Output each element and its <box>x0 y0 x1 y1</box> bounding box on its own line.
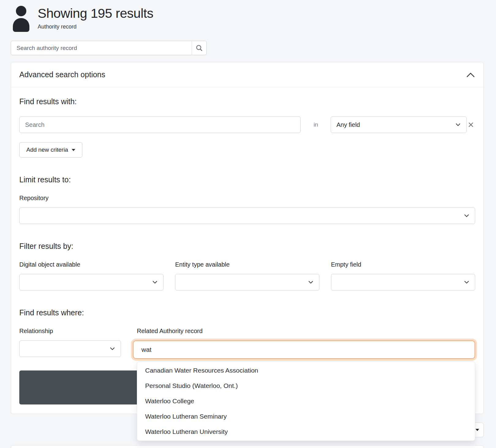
chevron-up-icon <box>466 72 475 78</box>
digital-object-label: Digital object available <box>19 260 163 268</box>
related-authority-column: Related Authority record Canadian Water … <box>133 318 475 359</box>
autocomplete-item[interactable]: Waterloo Lutheran Seminary <box>137 409 475 424</box>
autocomplete-item[interactable]: Waterloo College <box>137 393 475 409</box>
advanced-search-body: Find results with: in Any field <box>11 87 483 414</box>
filter-col-digital-object: Digital object available <box>19 251 163 290</box>
chevron-down-icon <box>463 212 470 219</box>
digital-object-select[interactable] <box>19 274 163 290</box>
filter-col-empty-field: Empty field <box>331 251 475 290</box>
autocomplete-dropdown: Canadian Water Resources Association Per… <box>137 361 475 441</box>
criteria-row: in Any field <box>19 116 475 133</box>
entity-type-label: Entity type available <box>175 260 319 268</box>
chevron-down-icon <box>109 345 116 352</box>
filter-results-heading: Filter results by: <box>19 241 475 251</box>
search-submit-button[interactable] <box>19 370 151 404</box>
find-results-where-heading: Find results where: <box>19 308 475 318</box>
filter-grid: Digital object available Entity type ava… <box>19 251 475 290</box>
field-select[interactable]: Any field <box>331 116 467 133</box>
close-icon <box>467 121 475 128</box>
repository-select[interactable] <box>19 207 475 224</box>
field-select-value: Any field <box>336 121 360 128</box>
page-subtitle: Authority record <box>38 24 153 30</box>
filter-col-entity-type: Entity type available <box>175 251 319 290</box>
in-label: in <box>314 121 318 128</box>
search-icon <box>195 44 203 52</box>
criteria-search-input[interactable] <box>19 116 301 133</box>
chevron-down-icon <box>454 121 462 128</box>
page-header: Showing 195 results Authority record <box>11 0 484 32</box>
authority-searchbar <box>11 41 207 55</box>
autocomplete-item[interactable]: Canadian Water Resources Association <box>137 363 475 378</box>
search-input[interactable] <box>11 41 192 55</box>
page-title: Showing 195 results <box>38 4 153 22</box>
where-row: Relationship Related Authority record Ca… <box>19 318 475 359</box>
relationship-column: Relationship <box>19 318 121 359</box>
chevron-down-icon <box>463 279 470 286</box>
autocomplete-item[interactable]: Waterloo Lutheran University <box>137 424 475 439</box>
relationship-label: Relationship <box>19 327 121 335</box>
results-panel <box>11 445 484 448</box>
related-authority-input[interactable] <box>133 340 475 359</box>
caret-down-icon <box>475 429 479 431</box>
caret-down-icon <box>72 149 75 151</box>
empty-field-select[interactable] <box>331 274 475 290</box>
entity-type-select[interactable] <box>175 274 319 290</box>
repository-label: Repository <box>19 194 475 202</box>
chevron-down-icon <box>307 279 314 286</box>
chevron-down-icon <box>151 279 159 286</box>
relationship-select[interactable] <box>19 340 121 357</box>
add-new-criteria-button[interactable]: Add new criteria <box>19 142 82 158</box>
empty-field-label: Empty field <box>331 260 475 268</box>
find-results-with-heading: Find results with: <box>19 97 475 107</box>
autocomplete-item[interactable]: Personal Studio (Waterloo, Ont.) <box>137 378 475 393</box>
advanced-search-title: Advanced search options <box>19 70 105 80</box>
limit-results-heading: Limit results to: <box>19 175 475 185</box>
related-authority-label: Related Authority record <box>137 327 475 335</box>
person-icon <box>12 4 30 32</box>
advanced-search-panel: Advanced search options Find results wit… <box>11 62 484 414</box>
remove-criteria-button[interactable] <box>467 120 475 129</box>
search-button[interactable] <box>192 41 207 55</box>
add-new-criteria-label: Add new criteria <box>26 146 68 153</box>
advanced-search-toggle[interactable]: Advanced search options <box>11 62 483 87</box>
